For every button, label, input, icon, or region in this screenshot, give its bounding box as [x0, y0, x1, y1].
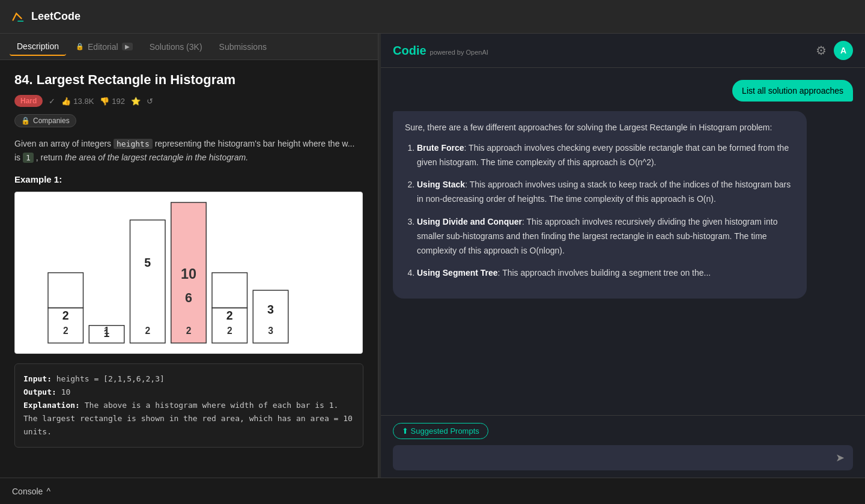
companies-tag[interactable]: 🔒 Companies — [14, 114, 76, 127]
right-panel: Codie powered by OpenAI ⚙ A List all sol… — [381, 34, 865, 478]
approach-2-text: This approach involves using a stack to … — [417, 180, 791, 204]
difficulty-row: Hard ✓ 👍 13.8K 👎 192 ⭐ ↺ — [14, 95, 363, 107]
approach-2: Using Stack: This approach involves usin… — [417, 178, 795, 207]
top-bar: LeetCode — [0, 0, 865, 34]
tab-submissions[interactable]: Submissions — [212, 38, 274, 55]
one-code: 1 — [23, 153, 34, 163]
input-label: Input: — [23, 374, 52, 383]
tabs-bar: Description 🔒 Editorial ▶ Solutions (3K)… — [0, 34, 378, 60]
lock-icon: 🔒 — [76, 43, 84, 50]
check-icon-btn[interactable]: ✓ — [49, 97, 55, 106]
thumbs-up-icon: 👍 — [61, 97, 71, 106]
message-input[interactable] — [401, 453, 830, 463]
approach-1-text: This approach involves checking every po… — [417, 143, 789, 167]
svg-text:6: 6 — [185, 290, 192, 305]
ai-message: Sure, there are a few different approach… — [393, 111, 807, 299]
svg-text:3: 3 — [267, 303, 274, 316]
approach-4: Using Segment Tree: This approach involv… — [417, 266, 795, 281]
thumbs-up-btn[interactable]: 👍 13.8K — [61, 97, 94, 106]
companies-label: Companies — [33, 117, 70, 125]
approach-3-name: Using Divide and Conquer — [417, 217, 522, 226]
suggested-prompts-button[interactable]: ⬆ Suggested Prompts — [393, 423, 488, 439]
tab-editorial[interactable]: 🔒 Editorial ▶ — [68, 38, 140, 55]
codie-title: Codie — [393, 44, 426, 58]
difficulty-badge: Hard — [14, 95, 43, 107]
leetcode-logo-icon — [10, 8, 26, 25]
svg-text:2: 2 — [186, 326, 192, 336]
svg-text:5: 5 — [144, 256, 151, 269]
message-input-row: ➤ — [393, 445, 853, 470]
settings-button[interactable]: ⚙ — [816, 43, 827, 58]
tab-editorial-label: Editorial — [88, 42, 118, 52]
console-label: Console — [12, 487, 43, 496]
approach-1-name: Brute Force — [417, 143, 464, 153]
likes-count: 13.8K — [73, 97, 94, 106]
svg-text:1: 1 — [104, 326, 109, 336]
logo-text: LeetCode — [31, 10, 80, 23]
thumbs-down-icon: 👎 — [100, 97, 109, 106]
output-value: 10 — [61, 387, 71, 396]
svg-rect-12 — [212, 273, 247, 308]
heights-code: heights — [114, 139, 153, 149]
dislikes-count: 192 — [112, 97, 125, 106]
codie-brand: Codie powered by OpenAI — [393, 44, 488, 58]
thumbs-down-btn[interactable]: 👎 192 — [100, 97, 125, 106]
approach-2-name: Using Stack — [417, 180, 465, 189]
approach-4-name: Using Segment Tree — [417, 268, 498, 278]
explanation-label: Explanation: — [23, 401, 80, 410]
svg-rect-2 — [48, 273, 83, 308]
tab-submissions-label: Submissions — [219, 42, 267, 52]
problem-description: Given an array of integers heights repre… — [14, 137, 363, 165]
problem-content: 84. Largest Rectangle in Histogram Hard … — [0, 60, 378, 478]
output-label: Output: — [23, 387, 56, 396]
star-btn[interactable]: ⭐ — [131, 97, 141, 106]
user-message: List all solution approaches — [732, 80, 853, 102]
tab-description[interactable]: Description — [10, 38, 66, 56]
codie-footer: ⬆ Suggested Prompts ➤ — [381, 415, 865, 478]
codie-header: Codie powered by OpenAI ⚙ A — [381, 34, 865, 68]
codie-messages: List all solution approaches Sure, there… — [381, 68, 865, 415]
refresh-btn[interactable]: ↺ — [147, 97, 153, 106]
tab-solutions[interactable]: Solutions (3K) — [142, 38, 210, 55]
approach-3: Using Divide and Conquer: This approach … — [417, 215, 795, 258]
approaches-list: Brute Force: This approach involves chec… — [405, 141, 795, 281]
tab-solutions-label: Solutions (3K) — [150, 42, 202, 52]
example-code-block: Input: heights = [2,1,5,6,2,3] Output: 1… — [14, 363, 363, 448]
problem-title: 84. Largest Rectangle in Histogram — [14, 72, 363, 88]
svg-text:2: 2 — [63, 326, 68, 336]
svg-rect-5 — [130, 220, 166, 343]
svg-text:3: 3 — [268, 326, 273, 336]
codie-subtitle: powered by OpenAI — [430, 49, 488, 56]
approach-1: Brute Force: This approach involves chec… — [417, 141, 795, 170]
histogram-container: 2 1 5 6 10 2 — [14, 192, 363, 354]
avatar: A — [834, 41, 853, 60]
main-layout: Description 🔒 Editorial ▶ Solutions (3K)… — [0, 34, 865, 478]
input-value: heights = [2,1,5,6,2,3] — [56, 374, 165, 383]
bottom-bar: Console ^ — [0, 478, 865, 504]
send-button[interactable]: ➤ — [836, 451, 845, 464]
lock-companies-icon: 🔒 — [21, 117, 30, 125]
editorial-badge: ▶ — [122, 43, 133, 50]
left-panel: Description 🔒 Editorial ▶ Solutions (3K)… — [0, 34, 378, 478]
description-return: , return — [36, 153, 65, 162]
description-is: is — [14, 153, 23, 162]
console-toggle[interactable]: Console ^ — [12, 487, 50, 496]
svg-text:2: 2 — [226, 309, 233, 322]
svg-text:2: 2 — [145, 326, 150, 336]
svg-text:2: 2 — [227, 326, 232, 336]
svg-text:10: 10 — [181, 266, 196, 281]
histogram-svg: 2 1 5 6 10 2 — [25, 202, 353, 344]
ai-intro: Sure, there are a few different approach… — [405, 121, 795, 135]
approach-4-text: This approach involves building a segmen… — [502, 268, 711, 278]
logo-area[interactable]: LeetCode — [10, 8, 80, 25]
svg-text:2: 2 — [62, 309, 69, 322]
chevron-up-icon: ^ — [46, 487, 50, 496]
example-title: Example 1: — [14, 174, 363, 184]
tab-description-label: Description — [17, 41, 59, 51]
